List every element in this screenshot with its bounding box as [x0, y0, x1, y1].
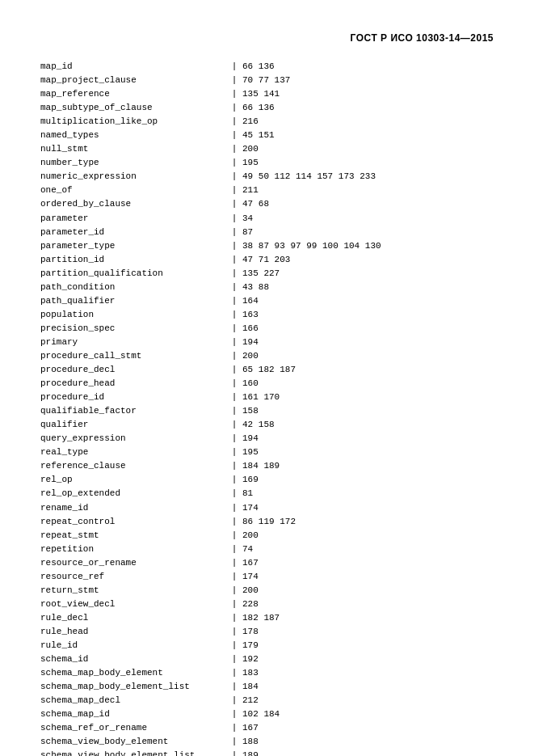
- reference-map-content: map_id|66 136map_project_clause|70 77 13…: [40, 60, 494, 756]
- entry-divider: |: [226, 666, 242, 680]
- entry-page-refs: 174: [242, 570, 259, 584]
- list-item: schema_id|192: [40, 653, 494, 666]
- page: ГОСТ Р ИСО 10303-14—2015 map_id|66 136ma…: [0, 0, 534, 756]
- entry-term: numeric_expression: [40, 170, 226, 184]
- list-item: procedure_call_stmt|200: [40, 349, 494, 363]
- list-item: repeat_stmt|200: [40, 529, 494, 543]
- entry-divider: |: [226, 226, 242, 239]
- list-item: real_type|195: [40, 446, 494, 459]
- entry-term: rel_op_extended: [40, 487, 226, 500]
- entry-term: root_view_decl: [40, 598, 226, 611]
- entry-divider: |: [226, 74, 242, 87]
- entry-page-refs: 184: [242, 680, 259, 694]
- entry-divider: |: [226, 459, 242, 473]
- list-item: root_view_decl|228: [40, 598, 494, 611]
- list-item: rename_id|174: [40, 501, 494, 515]
- list-item: parameter_id|87: [40, 226, 494, 239]
- entry-divider: |: [226, 239, 242, 253]
- entry-term: schema_view_body_element: [40, 735, 226, 749]
- entry-page-refs: 160: [242, 377, 259, 391]
- entry-divider: |: [226, 170, 242, 184]
- list-item: partition_id|47 71 203: [40, 253, 494, 267]
- entry-term: rule_head: [40, 625, 226, 639]
- entry-page-refs: 158: [242, 404, 259, 418]
- entry-divider: |: [226, 60, 242, 74]
- entry-page-refs: 195: [242, 156, 259, 170]
- entry-divider: |: [226, 680, 242, 694]
- list-item: rule_id|179: [40, 639, 494, 653]
- entry-term: parameter_type: [40, 239, 226, 253]
- entry-term: partition_id: [40, 253, 226, 267]
- entry-divider: |: [226, 308, 242, 322]
- entry-term: schema_view_body_element_list: [40, 749, 226, 756]
- entry-page-refs: 182 187: [242, 611, 280, 625]
- list-item: parameter_type|38 87 93 97 99 100 104 13…: [40, 239, 494, 253]
- list-item: resource_ref|174: [40, 570, 494, 584]
- entry-page-refs: 183: [242, 666, 259, 680]
- list-item: map_id|66 136: [40, 60, 494, 74]
- entry-divider: |: [226, 391, 242, 404]
- document-title: ГОСТ Р ИСО 10303-14—2015: [351, 32, 494, 44]
- entry-term: schema_map_id: [40, 707, 226, 721]
- list-item: schema_map_body_element_list|184: [40, 680, 494, 694]
- entry-term: rule_id: [40, 639, 226, 653]
- entry-term: number_type: [40, 156, 226, 170]
- entry-page-refs: 81: [242, 487, 253, 500]
- list-item: one_of|211: [40, 184, 494, 197]
- entry-term: partition_qualification: [40, 267, 226, 281]
- entry-term: repeat_stmt: [40, 529, 226, 543]
- entry-divider: |: [226, 501, 242, 515]
- entry-term: rule_decl: [40, 611, 226, 625]
- entry-term: schema_map_decl: [40, 694, 226, 707]
- entry-term: path_condition: [40, 281, 226, 294]
- list-item: schema_map_body_element|183: [40, 666, 494, 680]
- list-item: schema_map_id|102 184: [40, 707, 494, 721]
- entry-page-refs: 102 184: [242, 707, 280, 721]
- entry-page-refs: 189: [242, 749, 259, 756]
- list-item: schema_ref_or_rename|167: [40, 721, 494, 735]
- entry-term: ordered_by_clause: [40, 197, 226, 211]
- entry-page-refs: 65 182 187: [242, 363, 296, 377]
- list-item: return_stmt|200: [40, 584, 494, 598]
- entry-page-refs: 34: [242, 212, 253, 226]
- entry-divider: |: [226, 556, 242, 570]
- entry-term: map_project_clause: [40, 74, 226, 87]
- entry-page-refs: 166: [242, 322, 259, 336]
- list-item: path_qualifier|164: [40, 294, 494, 308]
- entry-divider: |: [226, 87, 242, 101]
- entry-term: multiplication_like_op: [40, 115, 226, 129]
- list-item: named_types|45 151: [40, 129, 494, 142]
- entry-divider: |: [226, 749, 242, 756]
- list-item: precision_spec|166: [40, 322, 494, 336]
- entry-divider: |: [226, 129, 242, 142]
- entry-divider: |: [226, 721, 242, 735]
- page-header: ГОСТ Р ИСО 10303-14—2015: [40, 32, 494, 44]
- list-item: primary|194: [40, 336, 494, 349]
- list-item: rel_op|169: [40, 473, 494, 487]
- entry-term: reference_clause: [40, 459, 226, 473]
- entry-page-refs: 200: [242, 584, 259, 598]
- list-item: multiplication_like_op|216: [40, 115, 494, 129]
- list-item: procedure_id|161 170: [40, 391, 494, 404]
- entry-page-refs: 38 87 93 97 99 100 104 130: [242, 239, 381, 253]
- entry-divider: |: [226, 473, 242, 487]
- entry-divider: |: [226, 735, 242, 749]
- entry-divider: |: [226, 281, 242, 294]
- entry-divider: |: [226, 156, 242, 170]
- entry-divider: |: [226, 294, 242, 308]
- entry-divider: |: [226, 432, 242, 446]
- list-item: rule_head|178: [40, 625, 494, 639]
- entry-divider: |: [226, 322, 242, 336]
- entry-term: query_expression: [40, 432, 226, 446]
- entry-divider: |: [226, 487, 242, 500]
- entry-divider: |: [226, 707, 242, 721]
- entry-page-refs: 135 227: [242, 267, 280, 281]
- entry-term: qualifier: [40, 418, 226, 432]
- list-item: population|163: [40, 308, 494, 322]
- entry-divider: |: [226, 570, 242, 584]
- entry-term: qualifiable_factor: [40, 404, 226, 418]
- entry-term: precision_spec: [40, 322, 226, 336]
- entry-page-refs: 86 119 172: [242, 515, 296, 529]
- entry-page-refs: 70 77 137: [242, 74, 290, 87]
- list-item: procedure_decl|65 182 187: [40, 363, 494, 377]
